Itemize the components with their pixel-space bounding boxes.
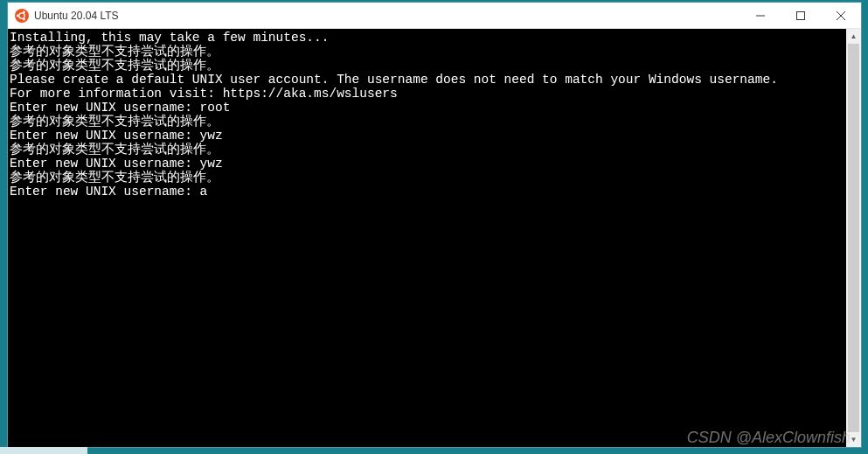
titlebar[interactable]: Ubuntu 20.04 LTS [8, 3, 861, 29]
svg-rect-6 [797, 11, 805, 19]
scroll-track[interactable] [846, 44, 861, 432]
terminal-line: 参考的对象类型不支持尝试的操作。 [10, 59, 844, 73]
maximize-button[interactable] [781, 3, 821, 28]
terminal-line: For more information visit: https://aka.… [10, 87, 844, 101]
svg-point-2 [17, 14, 19, 17]
close-button[interactable] [821, 3, 861, 28]
scroll-up-arrow[interactable]: ▲ [846, 29, 861, 44]
scroll-thumb[interactable] [848, 44, 859, 432]
terminal-line: 参考的对象类型不支持尝试的操作。 [10, 45, 844, 59]
terminal-prompt: Enter new UNIX username: [10, 185, 200, 199]
terminal-line: 参考的对象类型不支持尝试的操作。 [10, 115, 844, 129]
terminal-line: Enter new UNIX username: ywz [10, 157, 844, 171]
terminal-window: Ubuntu 20.04 LTS Installing, this may ta… [7, 2, 862, 448]
window-title: Ubuntu 20.04 LTS [34, 10, 119, 22]
terminal-line: Enter new UNIX username: ywz [10, 129, 844, 143]
ubuntu-icon [15, 9, 29, 23]
terminal-line: Enter new UNIX username: root [10, 101, 844, 115]
scrollbar[interactable]: ▲ ▼ [846, 29, 861, 447]
taskbar-fragment [0, 447, 87, 454]
window-controls [740, 3, 861, 28]
terminal-line: Please create a default UNIX user accoun… [10, 73, 844, 87]
terminal-line: 参考的对象类型不支持尝试的操作。 [10, 171, 844, 185]
svg-point-4 [23, 17, 25, 20]
titlebar-left: Ubuntu 20.04 LTS [8, 9, 740, 23]
terminal-prompt-line[interactable]: Enter new UNIX username: a [10, 185, 844, 199]
terminal-line: 参考的对象类型不支持尝试的操作。 [10, 143, 844, 157]
scroll-down-arrow[interactable]: ▼ [846, 432, 861, 447]
minimize-button[interactable] [740, 3, 781, 28]
terminal-area: Installing, this may take a few minutes.… [8, 29, 861, 447]
terminal-input[interactable]: a [200, 185, 208, 199]
terminal-line: Installing, this may take a few minutes.… [10, 31, 844, 45]
terminal-content[interactable]: Installing, this may take a few minutes.… [8, 29, 846, 447]
svg-point-3 [23, 10, 25, 13]
